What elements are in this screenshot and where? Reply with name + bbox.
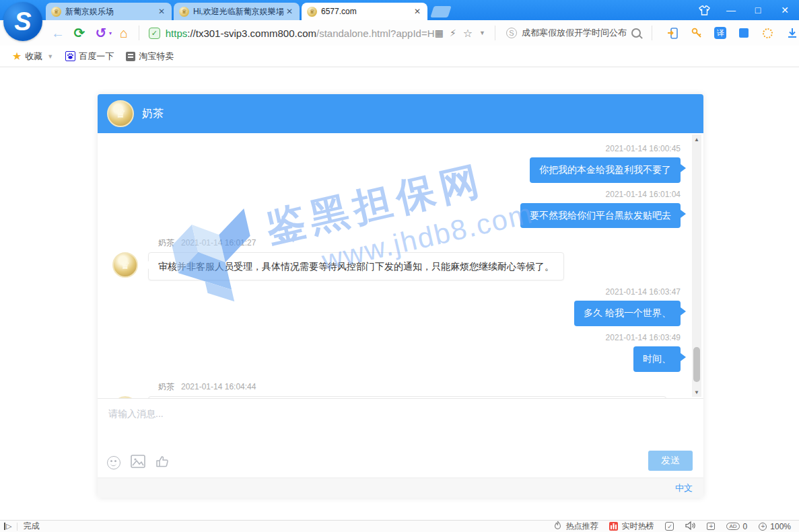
image-upload-icon[interactable] (131, 455, 145, 471)
taobao-list-icon (126, 52, 135, 61)
browser-titlebar: ♛ 新葡京娱乐场 ✕ ♛ Hi,欢迎光临新葡京娱樂場 ✕ ♛ 6577.com … (0, 0, 799, 20)
url-text: https://tx301-svip3.comm800.com/standalo… (166, 28, 435, 39)
chat-agent-name: 奶茶 (142, 107, 164, 121)
message-timestamp: 2021-01-14 16:01:04 (112, 190, 681, 199)
search-suggestion-text[interactable]: 成都寒假放假开学时间公布 (522, 27, 627, 39)
undo-dropdown-icon[interactable]: ▾ (109, 30, 112, 36)
zoom-level: 100% (770, 522, 791, 531)
search-icon[interactable] (631, 28, 641, 38)
tab-close-icon[interactable]: ✕ (285, 7, 294, 16)
browser-toolbar: ← ⟳ ↺ ▾ ⌂ ✓ https://tx301-svip3.comm800.… (0, 20, 799, 46)
crown-favicon-icon: ♛ (51, 7, 61, 17)
chat-header: ♛ 奶茶 (98, 94, 703, 133)
chevron-down-icon: ▼ (47, 53, 53, 60)
security-check-icon[interactable]: ✓ (665, 522, 674, 531)
password-key-icon[interactable] (690, 26, 703, 40)
refresh-icon[interactable]: ⟳ (70, 24, 89, 42)
hot-recommend-button[interactable]: 热点推荐 (553, 521, 598, 532)
crown-favicon-icon: ♛ (307, 7, 317, 17)
crown-favicon-icon: ♛ (179, 7, 189, 17)
tab-title: 6577.com (321, 7, 413, 16)
separator (652, 26, 652, 40)
search-box[interactable]: S 成都寒假放假开学时间公布 (501, 23, 646, 43)
favorites-menu[interactable]: ★ 收藏 ▼ (12, 50, 53, 63)
user-chat-bubble: 你把我的本金给我盈利我不要了 (530, 157, 681, 183)
thumbs-up-icon[interactable] (155, 455, 169, 471)
agent-message-meta: 奶茶2021-01-14 16:01:27 (158, 237, 681, 249)
bar-chart-icon (609, 522, 618, 531)
message-list[interactable]: 2021-01-14 16:00:45 你把我的本金给我盈利我不要了 2021-… (98, 133, 703, 398)
message-input[interactable] (98, 399, 703, 434)
tab-3-active[interactable]: ♛ 6577.com ✕ (302, 3, 427, 20)
bookmark-star-icon[interactable]: ☆ (463, 27, 473, 40)
tab-title: Hi,欢迎光临新葡京娱樂場 (193, 6, 285, 17)
language-link[interactable]: 中文 (675, 482, 693, 494)
bookmark-baidu[interactable]: 百度一下 (65, 50, 114, 63)
home-icon[interactable]: ⌂ (114, 24, 133, 42)
extensions-donut-icon[interactable] (761, 26, 775, 40)
flame-icon (553, 521, 562, 532)
qr-code-icon[interactable]: ▦ (435, 28, 443, 38)
undo-icon[interactable]: ↺ (92, 24, 110, 42)
zoom-plus-icon: + (759, 523, 767, 531)
new-tab-button[interactable] (430, 6, 452, 17)
maximize-button[interactable]: □ (749, 1, 767, 19)
bookmarks-bar: ★ 收藏 ▼ 百度一下 淘宝特卖 (0, 46, 799, 67)
tab-close-icon[interactable]: ✕ (413, 7, 422, 16)
scroll-down-icon[interactable]: ▼ (692, 387, 701, 397)
emoji-icon[interactable] (107, 456, 120, 469)
sogou-search-icon: S (506, 28, 517, 38)
chat-widget: ♛ 奶茶 2021-01-14 16:00:45 你把我的本金给我盈利我不要了 … (98, 94, 703, 498)
user-chat-bubble: 时间、 (633, 346, 681, 372)
scroll-up-icon[interactable]: ▲ (692, 135, 701, 144)
tab-2[interactable]: ♛ Hi,欢迎光临新葡京娱樂場 ✕ (174, 3, 300, 20)
speaker-icon[interactable] (685, 521, 695, 532)
security-shield-icon[interactable]: ✓ (149, 28, 160, 39)
chat-scrollbar[interactable]: ▲ ▼ (692, 135, 701, 397)
agent-avatar: ♛ (112, 252, 138, 278)
chevron-down-icon[interactable]: ▼ (479, 30, 485, 36)
separator (495, 26, 495, 40)
realtime-hot-label: 实时热榜 (621, 521, 654, 532)
translate-icon[interactable]: 译 (714, 27, 726, 39)
hot-recommend-label: 热点推荐 (565, 521, 598, 532)
phone-sync-icon[interactable] (666, 26, 679, 40)
ad-icon: AD (726, 523, 739, 530)
flash-icon[interactable]: ⚡ (450, 28, 456, 38)
download-icon[interactable] (786, 26, 799, 40)
realtime-hot-button[interactable]: 实时热榜 (609, 521, 654, 532)
close-button[interactable]: ✕ (776, 1, 794, 19)
boss-key-icon[interactable]: + (707, 523, 715, 530)
message-group: 2021-01-14 16:03:47 多久 给我一个世界、 (112, 287, 681, 326)
message-group: 2021-01-14 16:01:04 要不然我给你们平台黑款发贴吧去 (112, 190, 681, 229)
agent-message-meta: 奶茶2021-01-14 16:04:44 (158, 381, 681, 393)
user-chat-bubble: 要不然我给你们平台黑款发贴吧去 (520, 203, 681, 229)
ad-count: 0 (743, 522, 748, 531)
agent-chat-bubble: 审核并非客服人员受理，具体情况需要等待风控部门下发的通知，只能麻烦您继续耐心等候… (148, 252, 564, 280)
agent-avatar: ♛ (107, 100, 134, 127)
minimize-button[interactable]: — (722, 1, 740, 19)
scrollbar-thumb[interactable] (693, 347, 700, 382)
bookmark-label: 百度一下 (79, 50, 114, 63)
back-icon[interactable]: ← (48, 24, 67, 42)
sogou-browser-logo[interactable]: S (3, 2, 42, 41)
bookmark-taobao[interactable]: 淘宝特卖 (126, 50, 174, 63)
message-group: 2021-01-14 16:03:49 时间、 (112, 333, 681, 372)
message-group: 2021-01-14 16:00:45 你把我的本金给我盈利我不要了 (112, 144, 681, 183)
page-content: ♛ 奶茶 2021-01-14 16:00:45 你把我的本金给我盈利我不要了 … (0, 67, 799, 520)
tab-1[interactable]: ♛ 新葡京娱乐场 ✕ (46, 3, 172, 20)
chat-footer: 中文 (98, 478, 703, 498)
address-bar[interactable]: ✓ https://tx301-svip3.comm800.com/standa… (145, 23, 489, 43)
ad-blocker-counter[interactable]: AD 0 (726, 522, 747, 531)
status-bar: ▷ 完成 热点推荐 实时热榜 ✓ + AD 0 + 100% (0, 520, 799, 532)
send-button[interactable]: 发送 (648, 451, 693, 471)
chat-input-area: 发送 (98, 398, 703, 478)
window-controls: — □ ✕ (695, 0, 794, 20)
tab-close-icon[interactable]: ✕ (157, 7, 166, 16)
zoom-control[interactable]: + 100% (759, 522, 791, 531)
page-load-status: 完成 (23, 521, 39, 532)
theme-shirt-icon[interactable] (695, 1, 713, 19)
message-group: 奶茶2021-01-14 16:04:44 ♛ 还请您可先行稍作休息，不时可尝试… (112, 381, 681, 398)
media-play-icon[interactable]: ▷ (4, 523, 11, 530)
tab-pages-icon[interactable] (737, 26, 751, 40)
